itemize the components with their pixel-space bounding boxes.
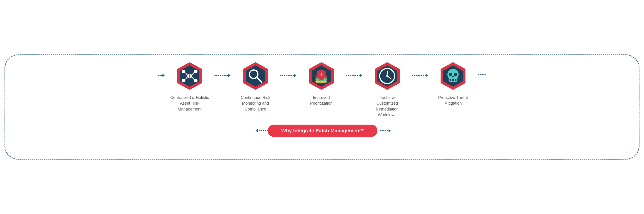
svg-text:!: ! [321, 72, 322, 77]
hex-threat [438, 61, 468, 91]
svg-line-7 [185, 73, 187, 75]
main-wrapper: Centralized & Holistic Asset Risk Manage… [4, 54, 640, 160]
flow-row: Centralized & Holistic Asset Risk Manage… [11, 61, 633, 118]
svg-line-9 [185, 77, 187, 79]
step-risk-monitoring: Continuous RiskMonitoring andCompliance [230, 61, 280, 112]
step-asset-management: Centralized & Holistic Asset Risk Manage… [165, 61, 214, 112]
start-arrow [158, 74, 165, 77]
step-prioritization: ! ImprovedPrioritization [296, 61, 346, 106]
why-integrate-button[interactable]: Why Integrate Patch Management? [268, 125, 378, 137]
svg-point-6 [194, 79, 198, 82]
flow-container: Centralized & Holistic Asset Risk Manage… [4, 54, 640, 160]
svg-point-34 [454, 73, 457, 76]
bottom-pill-area: Why Integrate Patch Management? [11, 118, 633, 137]
svg-point-4 [194, 70, 198, 73]
arrow-3 [346, 74, 362, 77]
skull-icon [444, 67, 462, 85]
clock-icon [378, 67, 396, 85]
arrow-trail [478, 74, 486, 75]
svg-point-28 [386, 75, 388, 77]
svg-point-33 [449, 73, 452, 76]
label-threat: Proactive ThreatMitigation [432, 95, 474, 106]
svg-line-10 [192, 77, 194, 79]
label-remediation: Faster &CustomizedRemediationWorkflows [366, 95, 409, 118]
step-threat: Proactive ThreatMitigation [428, 61, 478, 106]
hex-priority: ! [306, 61, 336, 91]
svg-point-3 [182, 70, 185, 73]
hex-risk [241, 61, 270, 91]
svg-point-5 [182, 79, 185, 82]
svg-point-35 [452, 76, 454, 77]
label-priority: ImprovedPrioritization [300, 95, 343, 106]
hex-asset [175, 61, 204, 91]
asset-icon [180, 67, 199, 85]
arrow-2 [280, 74, 296, 77]
shield-stack-icon: ! [312, 67, 330, 85]
svg-line-16 [256, 77, 261, 82]
hex-remediation [372, 61, 402, 91]
return-arrow [256, 129, 268, 132]
search-icon [246, 67, 264, 85]
svg-line-8 [192, 73, 194, 75]
label-risk: Continuous RiskMonitoring andCompliance [234, 95, 277, 112]
step-remediation: Faster &CustomizedRemediationWorkflows [362, 61, 412, 118]
svg-rect-38 [455, 79, 456, 81]
svg-rect-36 [450, 79, 451, 81]
svg-rect-37 [452, 79, 454, 81]
label-asset: Centralized & Holistic Asset Risk Manage… [168, 95, 211, 112]
arrow-1 [214, 74, 230, 77]
arrow-4 [412, 74, 428, 77]
